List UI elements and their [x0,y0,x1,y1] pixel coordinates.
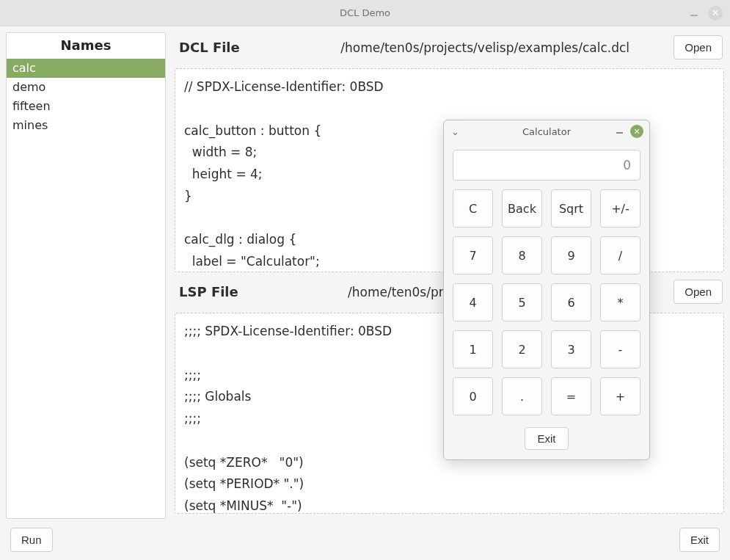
calculator-display[interactable]: 0 [453,150,640,181]
chevron-down-icon[interactable]: ⌄ [451,126,459,137]
lsp-open-button[interactable]: Open [674,280,723,304]
calc-btn-back[interactable]: Back [502,189,542,228]
sidebar-item-demo[interactable]: demo [7,78,165,97]
calc-btn-3[interactable]: 3 [551,330,591,368]
calculator-exit-button[interactable]: Exit [525,427,568,450]
calc-btn-6[interactable]: 6 [551,283,591,321]
calc-btn-2[interactable]: 2 [502,330,542,368]
sidebar-item-mines[interactable]: mines [7,116,165,135]
run-button[interactable]: Run [10,528,53,552]
calculator-body: 0 C Back Sqrt +/- 7 8 9 / 4 5 6 * 1 2 3 … [444,142,649,459]
lsp-file-label: LSP File [179,284,296,299]
calc-btn-plusminus[interactable]: +/- [600,189,640,228]
names-sidebar: Names calc demo fifteen mines [6,32,166,519]
calc-btn-multiply[interactable]: * [600,283,640,321]
footer: Run Exit [0,525,730,560]
sidebar-item-label: fifteen [12,99,51,113]
calculator-close-icon[interactable]: ✕ [630,125,643,138]
minimize-icon[interactable] [690,15,698,16]
calculator-dialog: ⌄ Calculator ✕ 0 C Back Sqrt +/- 7 8 9 /… [443,120,650,460]
sidebar-item-calc[interactable]: calc [7,59,165,78]
calc-btn-9[interactable]: 9 [551,236,591,274]
dcl-file-path: /home/ten0s/projects/velisp/examples/cal… [296,40,674,55]
dcl-file-header: DCL File /home/ten0s/projects/velisp/exa… [175,32,724,64]
calc-btn-5[interactable]: 5 [502,283,542,321]
dcl-open-button[interactable]: Open [674,35,723,59]
window-controls: ✕ [690,6,723,21]
calculator-minimize-icon[interactable] [616,132,623,134]
sidebar-item-label: demo [12,80,45,94]
calc-btn-0[interactable]: 0 [453,377,493,415]
calc-btn-minus[interactable]: - [600,330,640,368]
calc-btn-7[interactable]: 7 [453,236,493,274]
window-title: DCL Demo [340,7,390,18]
calc-btn-divide[interactable]: / [600,236,640,274]
calc-btn-4[interactable]: 4 [453,283,493,321]
calc-btn-clear[interactable]: C [453,189,493,228]
main-titlebar: DCL Demo ✕ [0,0,730,26]
sidebar-item-label: mines [12,118,48,132]
close-icon[interactable]: ✕ [708,6,723,21]
calculator-titlebar[interactable]: ⌄ Calculator ✕ [444,120,649,142]
calc-btn-equals[interactable]: = [551,377,591,415]
calc-btn-8[interactable]: 8 [502,236,542,274]
calculator-keypad: C Back Sqrt +/- 7 8 9 / 4 5 6 * 1 2 3 - … [453,189,640,415]
sidebar-item-fifteen[interactable]: fifteen [7,97,165,116]
sidebar-item-label: calc [12,61,36,75]
exit-button[interactable]: Exit [679,528,720,552]
calc-btn-sqrt[interactable]: Sqrt [551,189,591,228]
calc-btn-1[interactable]: 1 [453,330,493,368]
calc-btn-plus[interactable]: + [600,377,640,415]
dcl-file-label: DCL File [179,40,296,55]
calc-btn-period[interactable]: . [502,377,542,415]
calculator-title: Calculator [522,126,571,137]
sidebar-header: Names [7,33,165,59]
